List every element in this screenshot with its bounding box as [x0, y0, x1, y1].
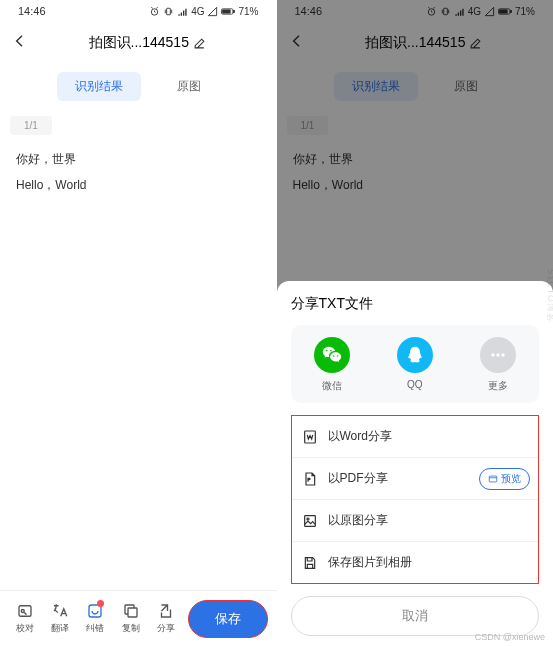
save-button[interactable]: 保存: [188, 600, 268, 638]
wechat-icon: [314, 337, 350, 373]
status-time: 14:46: [18, 5, 46, 17]
sheet-title: 分享TXT文件: [291, 295, 540, 313]
page-counter: 1/1: [10, 116, 52, 135]
more-icon: [480, 337, 516, 373]
header: 拍图识...144515: [0, 22, 277, 64]
image-icon: [302, 513, 318, 529]
save-image-icon: [302, 555, 318, 571]
svg-point-20: [307, 518, 309, 520]
cancel-button[interactable]: 取消: [291, 596, 540, 636]
pdf-icon: [302, 471, 318, 487]
notification-dot: [97, 600, 104, 607]
status-bar: 14:46 4G 71%: [0, 0, 277, 22]
preview-button[interactable]: 预览: [479, 468, 530, 490]
share-qq[interactable]: QQ: [397, 337, 433, 393]
nav-copy[interactable]: 复制: [114, 602, 147, 635]
text-line: Hello，World: [16, 175, 261, 197]
opt-pdf[interactable]: 以PDF分享 预览: [292, 458, 539, 500]
bottom-bar: 校对 翻译 纠错 复制 分享 保存: [0, 590, 277, 646]
nav-correct[interactable]: 纠错: [79, 602, 112, 635]
qq-icon: [397, 337, 433, 373]
word-icon: [302, 429, 318, 445]
opt-save-image[interactable]: 保存图片到相册: [292, 542, 539, 583]
nav-proof[interactable]: 校对: [8, 602, 41, 635]
svg-point-14: [491, 353, 494, 356]
tab-result[interactable]: 识别结果: [57, 72, 141, 101]
svg-rect-3: [234, 10, 235, 12]
text-line: 你好，世界: [16, 149, 261, 171]
opt-word[interactable]: 以Word分享: [292, 416, 539, 458]
share-more[interactable]: 更多: [480, 337, 516, 393]
svg-rect-1: [167, 8, 171, 14]
signal2-icon: [207, 6, 218, 17]
content-area: 你好，世界 Hello，World: [0, 135, 277, 590]
signal-icon: [177, 6, 188, 17]
share-sheet: 分享TXT文件 微信 QQ 更多: [277, 281, 554, 646]
watermark-bottom: CSDN @xienewe: [475, 632, 545, 642]
opt-image[interactable]: 以原图分享: [292, 500, 539, 542]
svg-point-16: [501, 353, 504, 356]
svg-point-6: [21, 610, 24, 613]
network-label: 4G: [191, 6, 204, 17]
svg-rect-4: [223, 9, 231, 12]
tabs: 识别结果 原图: [0, 64, 277, 115]
proof-icon: [16, 602, 34, 620]
alarm-icon: [149, 6, 160, 17]
svg-rect-19: [304, 515, 315, 526]
svg-point-15: [496, 353, 499, 356]
status-indicators: 4G 71%: [149, 6, 258, 17]
share-apps: 微信 QQ 更多: [291, 325, 540, 403]
share-icon: [157, 602, 175, 620]
tab-original[interactable]: 原图: [159, 72, 219, 101]
copy-icon: [122, 602, 140, 620]
nav-share[interactable]: 分享: [149, 602, 182, 635]
battery-icon: [221, 6, 235, 17]
preview-icon: [488, 474, 498, 484]
watermark-side: 51CTO博客: [545, 269, 554, 323]
share-wechat[interactable]: 微信: [314, 337, 350, 393]
vibrate-icon: [163, 6, 174, 17]
page-title: 拍图识...144515: [30, 34, 265, 52]
nav-translate[interactable]: 翻译: [43, 602, 76, 635]
edit-icon[interactable]: [193, 37, 206, 50]
share-options: 以Word分享 以PDF分享 预览 以原图分享 保存图片到相册: [291, 415, 540, 584]
translate-icon: [51, 602, 69, 620]
svg-rect-8: [128, 608, 137, 617]
svg-rect-18: [489, 476, 497, 482]
back-button[interactable]: [12, 33, 30, 53]
battery-label: 71%: [238, 6, 258, 17]
